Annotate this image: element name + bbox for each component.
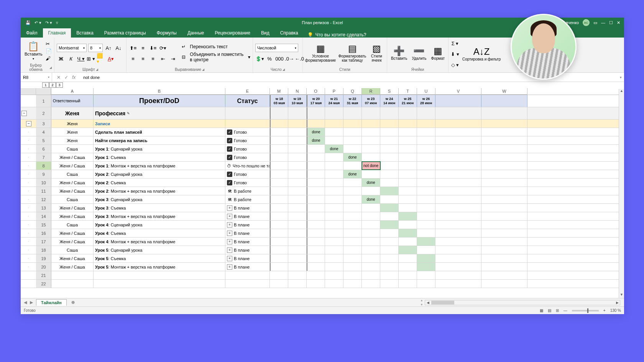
column-header-T[interactable]: T [399,88,417,95]
cell[interactable] [343,254,362,262]
cell[interactable] [288,107,307,119]
cell[interactable] [399,128,417,136]
cell[interactable]: 🛠 В работе [225,195,270,203]
cell[interactable] [399,153,417,161]
cell[interactable]: Урок 2: Монтаж + верстка на платформе [94,187,225,195]
align-right-icon[interactable]: ≡ [149,54,157,63]
row-header-12[interactable]: 12 [36,195,51,203]
cell[interactable] [362,153,380,161]
outline-cell[interactable]: · [21,179,36,187]
cell[interactable] [362,212,380,220]
cell[interactable] [288,263,307,271]
row-header-17[interactable]: 17 [36,238,51,246]
cell[interactable] [307,179,325,187]
cell[interactable]: Женя / Саша [51,212,94,220]
cell[interactable]: 🛠 В работе [225,187,270,195]
cell[interactable] [270,195,288,203]
cell[interactable]: done [343,170,362,178]
cell[interactable] [343,128,362,136]
cell[interactable]: w 2307 июн [362,95,380,107]
cell[interactable] [481,107,527,119]
cell[interactable] [435,187,481,195]
horizontal-scrollbar[interactable]: ◀▶ [79,300,624,305]
cell[interactable] [380,221,399,229]
cell[interactable]: Урок 4: Съемка [94,229,225,237]
save-icon[interactable]: 💾 [25,20,31,25]
cell[interactable]: done [307,128,325,136]
cell[interactable] [307,107,325,119]
cell[interactable] [362,280,380,288]
cell[interactable]: Урок 5: Монтаж + верстка на платформе [94,263,225,271]
cell[interactable] [325,162,343,170]
cell[interactable] [417,212,435,220]
align-middle-icon[interactable]: ≡ [139,44,147,52]
cell[interactable] [380,153,399,161]
cell[interactable] [380,145,399,153]
cell[interactable] [481,271,527,279]
delete-cells-button[interactable]: ➖Удалить [410,46,428,61]
cell[interactable]: Урок 4: Монтаж + верстка на платформе [94,238,225,246]
cell[interactable]: w 2017 мая [307,95,325,107]
undo-icon[interactable]: ↶ ▾ [34,20,41,25]
comma-format-icon[interactable]: 000 [275,54,284,63]
cell[interactable]: Женя / Саша [51,153,94,161]
cell[interactable] [380,120,399,128]
cell[interactable] [399,221,417,229]
cell[interactable] [270,254,288,262]
outline-cell[interactable]: · [21,136,36,144]
cell[interactable] [343,212,362,220]
cell[interactable] [362,238,380,246]
cell[interactable] [51,271,94,279]
qat-customize-icon[interactable]: ▿ [56,20,58,25]
outline-level-3[interactable]: 3 [56,82,63,88]
cell[interactable] [343,204,362,212]
column-header-N[interactable]: N [288,88,307,95]
cell[interactable]: done [343,153,362,161]
cell[interactable] [270,221,288,229]
cell[interactable] [343,195,362,203]
cell[interactable]: Женя / Саша [51,254,94,262]
cell[interactable]: ≡ В плане [225,263,270,271]
format-as-table-button[interactable]: ▤Форматировать как таблицу [337,43,367,63]
fill-icon[interactable]: ⬇ ▾ [451,50,459,58]
outline-level-2[interactable]: 2 [49,82,56,88]
cell[interactable] [362,229,380,237]
cell[interactable] [225,120,270,128]
font-name-select[interactable]: Montserrat ▾ [57,44,87,52]
cell[interactable] [288,254,307,262]
dialog-launcher-icon[interactable]: ◢ [202,68,204,71]
cell[interactable]: ✓ Готово [225,153,270,161]
cell[interactable] [435,254,481,262]
add-sheet-button[interactable]: ⊕ [67,299,79,306]
cell[interactable] [435,179,481,187]
dialog-launcher-icon[interactable]: ◢ [283,68,285,71]
cell[interactable] [288,221,307,229]
align-bottom-icon[interactable]: ⬇≡ [149,44,157,52]
cell[interactable] [325,170,343,178]
cell[interactable] [288,212,307,220]
cell[interactable] [435,221,481,229]
cell[interactable] [325,229,343,237]
cell[interactable] [380,107,399,119]
cell[interactable] [380,271,399,279]
cell[interactable] [288,246,307,254]
enter-formula-icon[interactable]: ✓ [64,75,68,80]
cell[interactable] [225,107,270,119]
cell[interactable] [343,107,362,119]
minimize-icon[interactable]: — [601,20,605,25]
cell[interactable] [270,187,288,195]
cell[interactable]: Урок 1: Сценарий урока [94,145,225,153]
tab-help[interactable]: Справка [275,28,304,38]
maximize-icon[interactable]: ☐ [609,20,613,25]
cell[interactable] [417,120,435,128]
cell[interactable] [481,187,527,195]
align-center-icon[interactable]: ≡ [139,54,147,63]
cell[interactable] [481,221,527,229]
row-header-9[interactable]: 9 [36,170,51,178]
cell[interactable] [270,107,288,119]
cell[interactable]: Саша [51,170,94,178]
cell[interactable] [380,280,399,288]
cell[interactable] [270,280,288,288]
cell[interactable]: Урок 3: Монтаж + верстка на платформе [94,212,225,220]
cell[interactable] [307,204,325,212]
